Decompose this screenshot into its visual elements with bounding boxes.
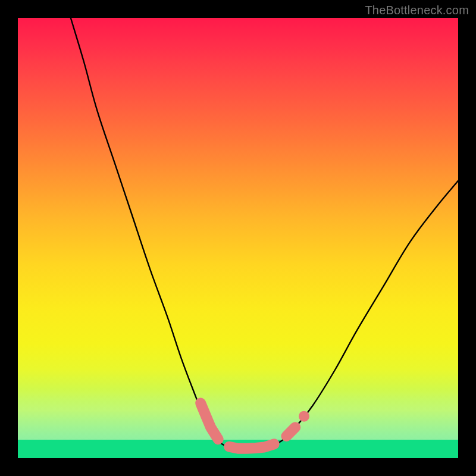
plot-area <box>18 18 458 458</box>
marker-pill <box>286 427 295 436</box>
chart-frame: TheBottleneck.com <box>0 0 476 476</box>
marker-dot <box>299 411 309 422</box>
marker-pill <box>201 403 218 440</box>
markers-group <box>201 403 309 449</box>
curve-path <box>71 18 458 449</box>
bottleneck-curve <box>71 18 458 449</box>
watermark-text: TheBottleneck.com <box>365 4 469 17</box>
marker-pill <box>229 444 274 448</box>
chart-svg <box>18 18 458 458</box>
